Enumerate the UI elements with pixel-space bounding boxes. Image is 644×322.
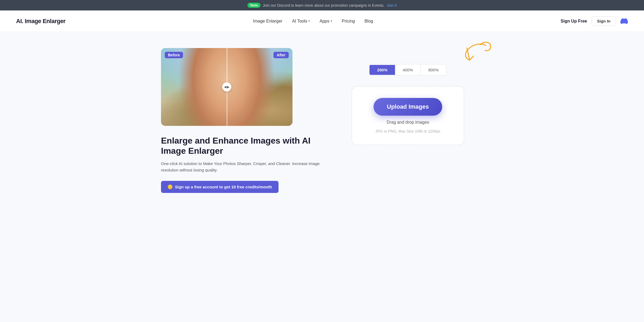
nav-blog[interactable]: Blog	[364, 19, 373, 24]
left-arrow-icon: ◀	[224, 85, 226, 89]
compare-handle[interactable]: ◀ ▶	[222, 82, 231, 92]
ai-tools-chevron-icon: ▾	[308, 19, 310, 23]
signin-button[interactable]: Sign In	[591, 16, 616, 26]
coin-icon: 🪙	[167, 184, 173, 189]
scale-selector: 200% 400% 800%	[369, 64, 446, 75]
nav: Image Enlarger AI Tools ▾ Apps ▾ Pricing…	[253, 19, 373, 24]
nav-apps[interactable]: Apps ▾	[320, 19, 332, 24]
upload-area[interactable]: Upload Images Drag and drop images JPG o…	[352, 86, 464, 145]
nav-image-enlarger[interactable]: Image Enlarger	[253, 19, 282, 24]
arrow-svg	[462, 40, 494, 67]
logo[interactable]: AI. Image Enlarger	[16, 18, 65, 25]
scale-800[interactable]: 800%	[421, 65, 446, 75]
before-badge: Before	[165, 52, 183, 58]
nav-actions: Sign Up Free Sign In	[561, 16, 628, 26]
arrow-annotation	[462, 40, 494, 67]
drag-drop-text: Drag and drop images	[387, 120, 429, 125]
file-info-text: JPG or PNG, Max Size 1MB or 1200px	[375, 129, 440, 133]
hero-subtext: One-click AI solution to Make Your Photo…	[161, 160, 322, 173]
main-content: Before After ◀ ▶ Enlarge and Enhance Ima…	[107, 32, 537, 209]
scale-400[interactable]: 400%	[395, 65, 420, 75]
left-section: Before After ◀ ▶ Enlarge and Enhance Ima…	[161, 48, 322, 193]
announcement-text: Join our Discord to learn more about our…	[263, 3, 385, 8]
apps-chevron-icon: ▾	[331, 19, 332, 23]
join-link[interactable]: Join it	[387, 3, 397, 8]
free-account-label: Sign up a free account to get 10 free cr…	[175, 185, 272, 189]
nav-pricing[interactable]: Pricing	[342, 19, 355, 24]
free-account-button[interactable]: 🪙 Sign up a free account to get 10 free …	[161, 181, 279, 193]
right-section: 200% 400% 800% Upload Images Drag and dr…	[343, 48, 472, 145]
announcement-bar: Note Join our Discord to learn more abou…	[0, 0, 644, 10]
note-badge: Note	[247, 3, 261, 8]
header: AI. Image Enlarger Image Enlarger AI Too…	[0, 10, 644, 32]
right-arrow-icon: ▶	[227, 85, 229, 89]
page-headline: Enlarge and Enhance Images with AI Image…	[161, 136, 322, 156]
discord-icon[interactable]	[620, 17, 628, 25]
nav-ai-tools[interactable]: AI Tools ▾	[292, 19, 310, 24]
upload-button[interactable]: Upload Images	[374, 98, 442, 116]
signup-button[interactable]: Sign Up Free	[561, 19, 587, 24]
after-badge: After	[273, 52, 289, 58]
scale-200[interactable]: 200%	[369, 65, 395, 75]
image-compare: Before After ◀ ▶	[161, 48, 292, 126]
